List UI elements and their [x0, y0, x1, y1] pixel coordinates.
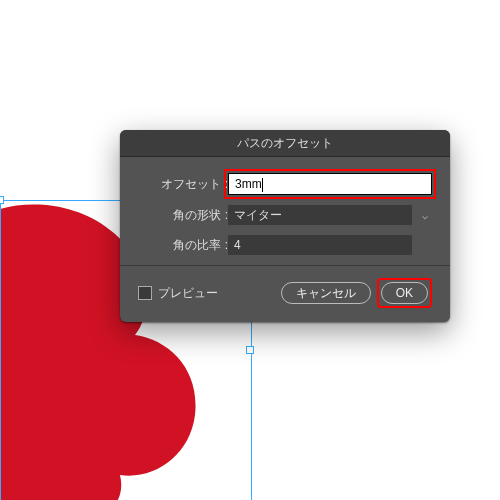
join-value: マイター [234, 205, 282, 225]
offset-label: オフセット : [138, 176, 228, 193]
offset-value: 3mm [235, 177, 262, 191]
miter-label: 角の比率 : [138, 237, 228, 254]
ok-button[interactable]: OK [381, 282, 428, 304]
canvas: パスのオフセット オフセット : 3mm 角の形状 : マイター ⌵ [0, 0, 500, 500]
dialog-title: パスのオフセット [120, 130, 450, 157]
join-label: 角の形状 : [138, 207, 228, 224]
selection-handle-right-mid[interactable] [246, 346, 254, 354]
divider [120, 265, 450, 266]
offset-path-dialog: パスのオフセット オフセット : 3mm 角の形状 : マイター ⌵ [120, 130, 450, 322]
chevron-down-icon[interactable]: ⌵ [418, 210, 432, 221]
offset-input[interactable]: 3mm [228, 173, 432, 195]
selection-handle-top-left[interactable] [0, 196, 4, 204]
preview-label: プレビュー [158, 285, 218, 302]
join-select[interactable]: マイター [228, 205, 412, 225]
cancel-button[interactable]: キャンセル [281, 282, 371, 304]
preview-checkbox[interactable] [138, 286, 152, 300]
miter-input[interactable]: 4 [228, 235, 412, 255]
